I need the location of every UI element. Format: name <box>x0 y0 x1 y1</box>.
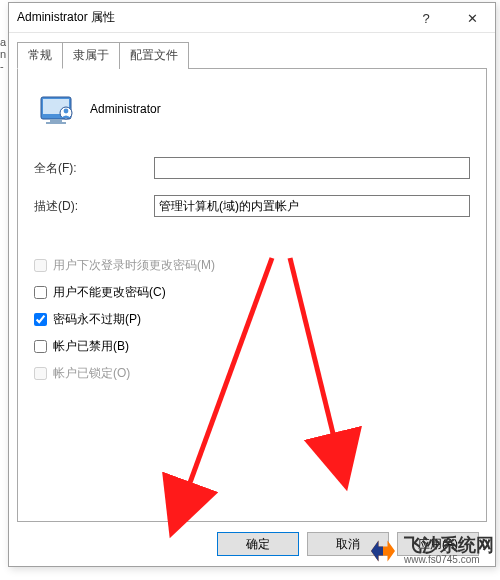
tab-profile[interactable]: 配置文件 <box>119 42 189 69</box>
watermark: 飞沙系统网 www.fs0745.com <box>368 536 494 566</box>
check-never-expires-label: 密码永不过期(P) <box>53 311 141 328</box>
checkbox-disabled[interactable] <box>34 340 47 353</box>
checkbox-cannot-change[interactable] <box>34 286 47 299</box>
window-title: Administrator 属性 <box>17 9 115 26</box>
checkbox-never-expires[interactable] <box>34 313 47 326</box>
check-cannot-change-label: 用户不能更改密码(C) <box>53 284 166 301</box>
background-fragment: a n - <box>0 36 8 156</box>
tab-general[interactable]: 常规 <box>17 42 63 69</box>
check-cannot-change[interactable]: 用户不能更改密码(C) <box>34 284 470 301</box>
check-must-change-label: 用户下次登录时须更改密码(M) <box>53 257 215 274</box>
check-must-change: 用户下次登录时须更改密码(M) <box>34 257 470 274</box>
tab-panel-general: Administrator 全名(F): 描述(D): 用户下次登录时须更改密码… <box>17 68 487 522</box>
properties-dialog: Administrator 属性 ? ✕ 常规 隶属于 配置文件 <box>8 2 496 567</box>
description-input[interactable] <box>154 195 470 217</box>
close-button[interactable]: ✕ <box>449 3 495 33</box>
help-button[interactable]: ? <box>403 3 449 33</box>
watermark-icon <box>368 536 398 566</box>
checkbox-must-change <box>34 259 47 272</box>
fullname-input[interactable] <box>154 157 470 179</box>
fullname-row: 全名(F): <box>34 157 470 179</box>
watermark-name: 飞沙系统网 <box>404 535 494 555</box>
description-label: 描述(D): <box>34 198 154 215</box>
user-header: Administrator <box>38 89 470 129</box>
window-controls: ? ✕ <box>403 3 495 32</box>
titlebar: Administrator 属性 ? ✕ <box>9 3 495 33</box>
check-locked-label: 帐户已锁定(O) <box>53 365 130 382</box>
checkbox-locked <box>34 367 47 380</box>
fullname-label: 全名(F): <box>34 160 154 177</box>
check-disabled[interactable]: 帐户已禁用(B) <box>34 338 470 355</box>
check-disabled-label: 帐户已禁用(B) <box>53 338 129 355</box>
check-never-expires[interactable]: 密码永不过期(P) <box>34 311 470 328</box>
check-locked: 帐户已锁定(O) <box>34 365 470 382</box>
watermark-url: www.fs0745.com <box>404 555 494 566</box>
user-display-name: Administrator <box>90 102 161 116</box>
tab-memberof[interactable]: 隶属于 <box>62 42 120 69</box>
ok-button[interactable]: 确定 <box>217 532 299 556</box>
description-row: 描述(D): <box>34 195 470 217</box>
svg-rect-3 <box>46 122 66 124</box>
user-icon <box>38 89 78 129</box>
dialog-body: 常规 隶属于 配置文件 Administrator <box>9 33 495 566</box>
tab-strip: 常规 隶属于 配置文件 <box>17 42 487 69</box>
svg-point-5 <box>64 109 69 114</box>
svg-rect-2 <box>50 119 62 122</box>
